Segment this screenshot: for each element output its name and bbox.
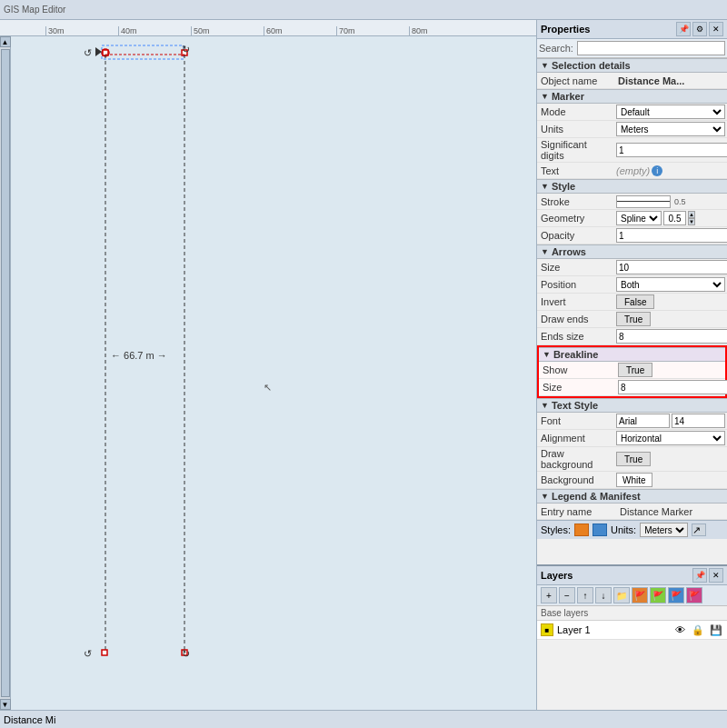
prop-value-size: ▲ ▼ [614,259,727,275]
props-settings-btn[interactable]: ⚙ [692,22,707,36]
spin-down-geometry[interactable]: ▼ [688,218,695,225]
svg-text:↺: ↺ [84,648,92,659]
footer-styles-icon[interactable] [574,524,589,536]
layer-tool-folder[interactable]: 📁 [613,587,630,603]
section-label-style: Style [552,181,575,192]
layer-row-1[interactable]: ■ Layer 1 👁 🔒 💾 [537,621,727,640]
layer-save-1[interactable]: 💾 [709,623,723,637]
footer-export-icon[interactable]: ↗ [692,524,706,536]
prop-entry-name: Entry name Distance Marker [537,504,727,520]
layers-pin-btn[interactable]: 📌 [692,568,707,583]
prop-units: Units Meters [537,121,727,138]
layers-panel: Layers 📌 ✕ + − ↑ ↓ 📁 🚩 🚩 🚩 🚩 Base layers… [537,564,727,710]
prop-btn-background[interactable]: White [616,473,652,487]
prop-label-units: Units [537,123,614,135]
props-close-btn[interactable]: ✕ [709,22,723,36]
layer-icon-1: ■ [541,623,553,636]
prop-input-breakline-size[interactable] [618,380,727,394]
ruler-mark-30: 30m [45,26,65,35]
prop-position: Position Both [537,276,727,294]
layer-tool-delete[interactable]: − [559,587,575,603]
svg-text:↖: ↖ [264,382,272,393]
prop-select-mode[interactable]: Default [616,105,725,119]
section-arrows[interactable]: ▼ Arrows [537,244,727,259]
section-legend[interactable]: ▼ Legend & Manifest [537,489,727,504]
footer-units-select[interactable]: Meters [640,523,688,537]
layer-tool-flag3[interactable]: 🚩 [668,587,684,603]
properties-header-buttons: 📌 ⚙ ✕ [676,22,723,36]
status-bar: Distance Mi [0,710,727,728]
prop-input-geometry-num[interactable] [663,211,686,225]
prop-select-alignment[interactable]: Horizontal [616,431,725,445]
section-breakline[interactable]: ▼ Breakline [539,347,725,362]
layer-tool-down[interactable]: ↓ [595,587,612,603]
prop-value-position: Both [614,276,727,293]
prop-btn-draw-background[interactable]: True [616,452,651,466]
footer-units-label: Units: [611,524,636,535]
prop-input-size[interactable] [616,260,727,274]
canvas-draw-area[interactable]: ↺ ↻ ↺ ↻ ← 66.7 m → ↖ [11,36,536,710]
ruler-mark-40: 40m [118,26,137,35]
prop-btn-draw-ends[interactable]: True [616,312,651,326]
layer-lock-1[interactable]: 🔒 [691,623,705,637]
section-text-style[interactable]: ▼ Text Style [537,398,727,413]
stroke-line [617,201,670,202]
prop-value-geometry: Spline ▲ ▼ [614,210,727,226]
layers-title: Layers [541,570,573,581]
prop-value-alignment: Horizontal [614,430,727,446]
footer-styles-icon2[interactable] [593,524,607,536]
prop-btn-breakline-show[interactable]: True [618,363,652,377]
section-label-arrows: Arrows [552,246,586,257]
scroll-down-btn[interactable]: ▼ [0,699,11,710]
top-bar-label: GIS Map Editor [4,5,65,15]
layer-eye-1[interactable]: 👁 [672,623,687,637]
properties-title: Properties [541,24,590,35]
prop-select-units[interactable]: Meters [616,122,725,136]
canvas-svg: ↺ ↻ ↺ ↻ ← 66.7 m → ↖ [11,36,536,710]
prop-input-ends-size[interactable] [616,329,727,344]
prop-input-font-face[interactable] [616,414,670,428]
prop-label-ends-size: Ends size [537,330,614,343]
prop-text-empty: (empty) [616,165,650,176]
section-selection-details[interactable]: ▼ Selection details [537,58,727,73]
prop-breakline-size: Size ▲ ▼ [539,379,725,396]
layers-close-btn[interactable]: ✕ [709,568,723,583]
prop-label-mode: Mode [537,105,614,118]
spin-up-geometry[interactable]: ▲ [688,211,695,218]
layer-tool-add[interactable]: + [541,587,557,603]
scroll-up-btn[interactable]: ▲ [0,36,11,47]
search-input[interactable] [577,41,725,55]
section-label-text-style: Text Style [552,400,598,411]
section-toggle-legend: ▼ [541,492,549,501]
layer-tool-flag2[interactable]: 🚩 [650,587,666,603]
props-pin-btn[interactable]: 📌 [676,22,691,36]
prop-select-position[interactable]: Both [616,277,725,292]
prop-value-invert: False [614,294,727,310]
prop-mode: Mode Default [537,104,727,121]
prop-input-font-size[interactable] [672,414,725,428]
prop-value-background: White [614,472,727,488]
prop-spin-geometry[interactable]: ▲ ▼ [688,211,695,225]
prop-btn-invert[interactable]: False [616,294,654,309]
main-area: 30m 40m 50m 60m 70m 80m ▲ ▼ [0,20,727,710]
prop-sig-digits: Significant digits ▲ ▼ [537,138,727,163]
prop-draw-background: Draw background True [537,447,727,472]
prop-value-draw-background: True [614,451,727,467]
section-style[interactable]: ▼ Style [537,179,727,194]
top-bar: GIS Map Editor [0,0,727,20]
prop-value-opacity: ▲ ▼ [614,227,727,244]
info-icon-text[interactable]: i [652,165,662,176]
ruler-mark-50: 50m [191,26,210,35]
prop-select-geometry[interactable]: Spline [616,211,662,225]
prop-label-entry-name: Entry name [537,505,614,518]
vertical-scrollbar[interactable]: ▲ ▼ [0,36,11,710]
layer-tool-up[interactable]: ↑ [577,587,593,603]
prop-input-sig-digits[interactable] [616,143,727,157]
prop-label-position: Position [537,278,614,291]
layer-tool-flag1[interactable]: 🚩 [632,587,648,603]
layer-tool-flag4[interactable]: 🚩 [686,587,702,603]
section-marker[interactable]: ▼ Marker [537,89,727,104]
prop-value-units: Meters [614,121,727,137]
prop-input-opacity[interactable] [616,228,727,243]
layers-header-buttons: 📌 ✕ [692,568,723,583]
